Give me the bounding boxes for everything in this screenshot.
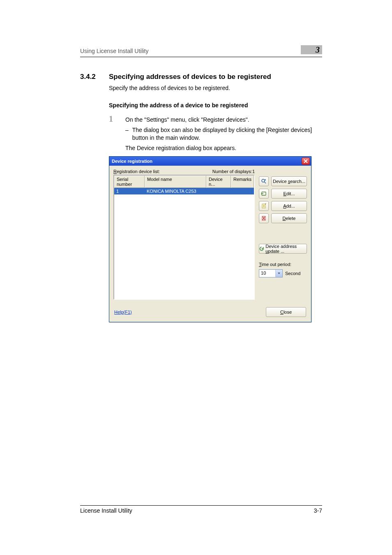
step-text: On the "Settings" menu, click "Register … bbox=[125, 116, 322, 124]
device-address-update-button[interactable]: Device address update ... bbox=[259, 244, 307, 254]
col-remarks[interactable]: Remarks bbox=[231, 176, 254, 188]
step-number: 1 bbox=[109, 114, 125, 124]
step-bullet: – The dialog box can also be displayed b… bbox=[125, 126, 322, 142]
timeout-value: 10 bbox=[259, 270, 275, 277]
refresh-icon bbox=[259, 246, 264, 252]
section-number: 3.4.2 bbox=[80, 73, 109, 81]
list-label-row: Registration device list: Number of disp… bbox=[113, 169, 255, 174]
timeout-combo[interactable]: 10 bbox=[259, 269, 283, 278]
section-heading: 3.4.2 Specifying addresses of devices to… bbox=[80, 73, 322, 81]
svg-point-0 bbox=[262, 179, 265, 182]
footer-page: 3-7 bbox=[314, 507, 322, 514]
sub-heading: Specifying the address of a device to be… bbox=[109, 102, 322, 109]
col-model-name[interactable]: Model name bbox=[145, 176, 206, 188]
col-serial-number[interactable]: Serial number bbox=[114, 176, 145, 188]
device-list[interactable]: Serial number Model name Device n... Rem… bbox=[113, 175, 255, 300]
table-row[interactable]: 1 KONICA MINOLTA C253 bbox=[114, 188, 254, 194]
dialog-title: Device registration bbox=[112, 159, 152, 164]
breadcrumb: Using License Install Utility bbox=[80, 48, 149, 54]
cell-serial: 1 bbox=[114, 188, 145, 194]
edit-button[interactable]: Edit... bbox=[271, 189, 307, 199]
delete-icon[interactable] bbox=[259, 213, 269, 223]
dialog-device-registration: Device registration Registration device … bbox=[109, 156, 311, 322]
dialog-titlebar: Device registration bbox=[109, 157, 311, 166]
bullet-dash: – bbox=[125, 126, 132, 142]
step-result: The Device registration dialog box appea… bbox=[125, 144, 322, 152]
cell-model: KONICA MINOLTA C253 bbox=[145, 188, 206, 194]
timeout-label: Time out period: bbox=[259, 262, 307, 267]
add-icon[interactable] bbox=[259, 201, 269, 211]
close-icon[interactable] bbox=[302, 157, 310, 165]
add-button[interactable]: Add... bbox=[271, 201, 307, 211]
search-icon[interactable] bbox=[259, 176, 269, 186]
svg-rect-2 bbox=[265, 179, 266, 180]
help-link[interactable]: Help(F1) bbox=[114, 310, 132, 314]
device-search-button[interactable]: Device search... bbox=[271, 176, 307, 186]
page-header: Using License Install Utility 3 bbox=[80, 45, 322, 57]
close-button[interactable]: Close bbox=[266, 307, 306, 317]
bullet-text: The dialog box can also be displayed by … bbox=[132, 126, 322, 142]
registration-list-label: Registration device list: bbox=[113, 169, 160, 174]
delete-button[interactable]: Delete bbox=[271, 213, 307, 223]
cell-device-name bbox=[206, 188, 231, 194]
section-title: Specifying addresses of devices to be re… bbox=[109, 73, 271, 81]
step-1: 1 On the "Settings" menu, click "Registe… bbox=[109, 114, 322, 124]
number-of-displays: Number of displays:1 bbox=[212, 169, 255, 174]
chapter-badge: 3 bbox=[301, 45, 322, 54]
footer-product: License Install Utility bbox=[80, 507, 132, 514]
chevron-down-icon[interactable] bbox=[275, 270, 282, 277]
timeout-unit: Second bbox=[285, 271, 300, 276]
svg-line-1 bbox=[264, 182, 266, 183]
col-device-name[interactable]: Device n... bbox=[206, 176, 231, 188]
page-footer: License Install Utility 3-7 bbox=[80, 505, 322, 514]
list-header: Serial number Model name Device n... Rem… bbox=[114, 176, 254, 188]
edit-icon[interactable] bbox=[259, 189, 269, 199]
intro-paragraph: Specify the address of devices to be reg… bbox=[109, 84, 322, 92]
chapter-number: 3 bbox=[316, 45, 320, 55]
cell-remarks bbox=[231, 188, 254, 194]
